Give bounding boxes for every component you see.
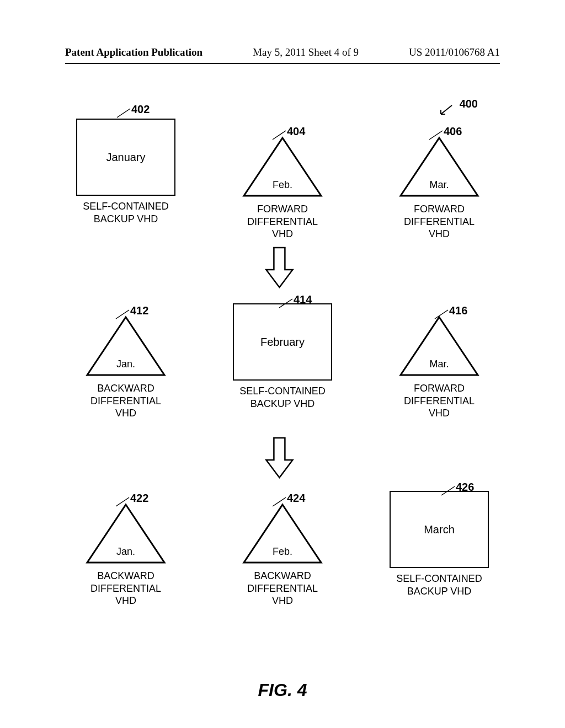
rect-march: March: [390, 491, 489, 568]
caption-414: SELF-CONTAINED BACKUP VHD: [239, 385, 326, 410]
ref-tick-icon: [440, 484, 459, 496]
down-arrow-icon: [264, 436, 295, 480]
svg-line-1: [117, 109, 130, 117]
caption-424: BACKWARD DIFFERENTIAL VHD: [247, 570, 318, 607]
triangle-feb-text: Feb.: [241, 179, 324, 191]
triangle-mar-text: Mar.: [398, 179, 481, 191]
cell-422: 422 Jan. BACKWARD DIFFERENTIAL VHD: [65, 502, 186, 607]
cell-424: 424 Feb. BACKWARD DIFFERENTIAL VHD: [222, 502, 343, 607]
ref-tick-icon: [278, 297, 297, 309]
svg-line-0: [441, 105, 452, 114]
caption-422: BACKWARD DIFFERENTIAL VHD: [90, 570, 161, 607]
triangle-jan-text-2: Jan.: [84, 546, 167, 558]
triangle-feb-bwd: Feb.: [241, 502, 324, 565]
rect-february: February: [233, 303, 332, 381]
header-publication: Patent Application Publication: [65, 46, 202, 58]
ref-402: 402: [131, 103, 150, 116]
ref-414: 414: [294, 293, 312, 306]
ref-arrow-icon: [440, 103, 455, 115]
ref-tick-icon: [116, 106, 135, 119]
ref-400-label: 400: [460, 98, 478, 110]
header-pubnumber: US 2011/0106768 A1: [409, 46, 500, 58]
caption-404: FORWARD DIFFERENTIAL VHD: [247, 203, 318, 240]
rect-january: January: [76, 119, 175, 196]
triangle-mar-fwd-2: Mar.: [398, 314, 481, 378]
triangle-jan-bwd-2: Jan.: [84, 502, 167, 565]
rect-january-text: January: [106, 151, 145, 164]
svg-line-17: [441, 486, 455, 495]
cell-414: 414 February SELF-CONTAINED BACKUP VHD: [222, 303, 343, 420]
cell-416: 416 Mar. FORWARD DIFFERENTIAL VHD: [379, 314, 500, 420]
caption-402: SELF-CONTAINED BACKUP VHD: [83, 200, 169, 225]
ref-400: 400: [460, 98, 478, 110]
header-rule: [65, 63, 500, 64]
row-1: 402 January SELF-CONTAINED BACKUP VHD 40…: [65, 124, 500, 240]
rect-march-text: March: [424, 523, 455, 536]
triangle-jan-bwd: Jan.: [84, 314, 167, 378]
rect-february-text: February: [260, 336, 305, 349]
svg-marker-12: [266, 438, 292, 478]
row-2: 412 Jan. BACKWARD DIFFERENTIAL VHD 414 F…: [65, 303, 500, 420]
cell-406: 406 Mar. FORWARD DIFFERENTIAL VHD: [379, 135, 500, 240]
triangle-feb-text-2: Feb.: [241, 546, 324, 558]
header-date-sheet: May 5, 2011 Sheet 4 of 9: [253, 46, 359, 58]
triangle-jan-text: Jan.: [84, 358, 167, 370]
page-header: Patent Application Publication May 5, 20…: [0, 0, 565, 64]
triangle-mar-text-2: Mar.: [398, 358, 481, 370]
svg-line-9: [279, 299, 292, 308]
svg-marker-6: [266, 248, 292, 287]
caption-426: SELF-CONTAINED BACKUP VHD: [396, 572, 482, 597]
caption-412: BACKWARD DIFFERENTIAL VHD: [90, 382, 161, 420]
down-arrow-icon: [264, 245, 295, 290]
triangle-mar-fwd: Mar.: [398, 135, 481, 199]
ref-426: 426: [456, 481, 474, 494]
figure-title: FIG. 4: [65, 680, 500, 700]
cell-412: 412 Jan. BACKWARD DIFFERENTIAL VHD: [65, 314, 186, 420]
cell-426: 426 March SELF-CONTAINED BACKUP VHD: [379, 491, 500, 607]
figure-4: 400 402 January SELF-CONTAINED BACKUP VH…: [65, 94, 500, 695]
cell-402: 402 January SELF-CONTAINED BACKUP VHD: [65, 119, 186, 240]
caption-416: FORWARD DIFFERENTIAL VHD: [404, 382, 475, 420]
cell-404: 404 Feb. FORWARD DIFFERENTIAL VHD: [222, 135, 343, 240]
triangle-feb-fwd: Feb.: [241, 135, 324, 199]
row-3: 422 Jan. BACKWARD DIFFERENTIAL VHD 424: [65, 491, 500, 607]
caption-406: FORWARD DIFFERENTIAL VHD: [404, 203, 475, 240]
